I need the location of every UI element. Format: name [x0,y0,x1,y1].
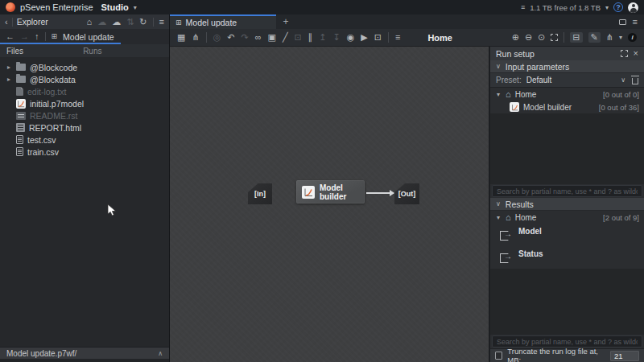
ports-icon[interactable]: ∥ [308,33,313,42]
tree-count: [0 out of 0] [603,90,639,99]
results-search-input[interactable] [492,335,642,348]
up-icon[interactable]: ↑ [35,32,39,41]
workflow-canvas[interactable]: [In] Model builder [Out] [170,47,489,362]
chevron-down-icon[interactable]: ▾ [134,4,137,11]
new-tab-button[interactable]: + [276,14,295,29]
chevron-down-icon[interactable]: ▾ [605,4,609,11]
in-port-block[interactable]: [In] [248,183,272,204]
home-icon[interactable]: ⌂ [86,18,92,27]
explorer-menu-icon[interactable]: ≡ [159,18,164,27]
explorer-nav: ← → ↑ ⊞ Model update [0,29,169,44]
expander-icon[interactable]: ▸ [6,76,12,83]
structure-view-icon[interactable]: ⋔ [606,33,613,42]
annotation-frame-icon[interactable]: ▣ [268,33,276,42]
hierarchy-icon[interactable]: ⋔ [192,33,199,42]
help-button[interactable]: ? [613,2,623,12]
workflow-status-bar[interactable]: Model update.p7wf/ ∧ [0,347,169,359]
tree-row-home[interactable]: ▾ ⌂ Home [0 out of 0] [490,88,644,101]
workspace-switcher[interactable]: Studio [101,2,129,12]
file-row[interactable]: test.csv [0,134,169,146]
truncate-checkbox[interactable] [495,352,502,360]
block-config-icon[interactable]: ⊡ [295,33,302,42]
result-row-status[interactable]: Status [490,246,644,269]
tree-row-home[interactable]: ▾ ⌂ Home [2 out of 9] [490,211,644,224]
fit-to-screen-icon[interactable] [551,34,558,41]
tree-label: Home [515,213,537,222]
run-configure-icon[interactable]: ◉ [347,33,355,42]
sync-icon[interactable]: ⇅ [126,18,134,27]
explorer-panel: ‹ Explorer ⌂ ☁ ☁ ⇅ ↻ ≡ ← → ↑ ⊞ [0,14,170,362]
run-in-window-icon[interactable]: ⊡ [374,33,382,42]
cloud-upload-icon[interactable]: ☁ [97,18,106,27]
user-avatar[interactable] [628,2,638,13]
split-view-icon[interactable] [619,19,626,25]
top-bar: pSeven Enterprise Studio ▾ ≡ 1.1 TB free… [0,0,644,14]
chevron-down-icon[interactable]: ▾ [619,34,622,41]
file-row[interactable]: REPORT.html [0,121,169,134]
draw-link-icon[interactable]: ╱ [283,33,288,42]
toolbar-menu-icon[interactable]: ≡ [395,33,400,42]
delete-preset-icon[interactable] [632,78,638,84]
file-name: edit-log.txt [27,87,66,97]
zoom-in-icon[interactable]: ⊕ [512,33,519,42]
parameters-search-input[interactable] [492,185,642,197]
model-file-icon [16,99,26,109]
result-row-model[interactable]: Model [490,224,644,246]
file-name: @Blockdata [30,75,76,84]
collapse-panel-icon[interactable]: ‹ [5,18,8,27]
truncate-size-input[interactable] [610,351,639,361]
run-play-icon[interactable]: ▶ [361,33,367,42]
export-icon[interactable]: ↥ [319,33,326,42]
preview-eye-icon[interactable]: ◎ [213,33,221,42]
zoom-out-icon[interactable]: ⊖ [525,33,532,42]
results-section[interactable]: ∨ Results [490,198,644,211]
out-port-block[interactable]: [Out] [394,183,419,204]
tab-model-update[interactable]: ⊞ Model update [170,14,276,29]
link-blocks-icon[interactable]: ∞ [255,33,262,42]
preset-value: Default [526,76,552,84]
breadcrumb[interactable]: Home [427,33,452,43]
explorer-header: ‹ Explorer ⌂ ☁ ☁ ⇅ ↻ ≡ [0,14,169,29]
tab-files[interactable]: Files [0,47,30,56]
tab-runs[interactable]: Runs [76,47,108,56]
zoom-reset-icon[interactable]: ⊙ [538,33,545,42]
tree-count: [0 out of 36] [599,103,639,112]
input-parameters-list[interactable] [490,113,644,184]
file-row[interactable]: README.rst [0,109,169,121]
file-row[interactable]: initial.p7model [0,97,169,109]
tree-row-model-builder[interactable]: Model builder [0 out of 36] [490,101,644,113]
refresh-icon[interactable]: ↻ [139,18,147,27]
collapse-up-icon[interactable]: ∧ [158,350,163,357]
edit-mode-icon[interactable]: ✎ [588,32,601,43]
file-row[interactable]: edit-log.txt [0,85,169,97]
back-icon[interactable]: ← [6,32,14,41]
results-list[interactable] [490,269,644,335]
file-row[interactable]: train.csv [0,146,169,158]
input-parameters-section[interactable]: ∨ Input parameters [490,60,644,73]
comments-icon[interactable]: ⊟ [570,32,582,43]
home-node-icon: ⌂ [506,212,511,222]
close-icon[interactable]: × [634,49,638,58]
tabbar-menu-icon[interactable]: ≡ [633,18,638,27]
model-builder-node[interactable]: Model builder [296,180,365,204]
block-palette-icon[interactable]: ▦ [177,33,185,42]
info-icon[interactable]: i [628,33,637,42]
import-icon[interactable]: ↧ [332,33,340,42]
redo-icon[interactable]: ↷ [241,33,248,42]
expand-panel-icon[interactable] [621,50,628,57]
explorer-title: Explorer [17,17,48,27]
storage-usage[interactable]: 1.1 TB free of 1.8 TB [530,3,601,12]
link-arrow[interactable] [366,192,394,194]
cloud-icon[interactable]: ☁ [112,18,121,27]
expander-icon[interactable]: ▾ [495,214,502,221]
csv-file-icon [16,147,23,156]
forward-icon[interactable]: → [20,32,29,41]
expander-icon[interactable]: ▸ [6,64,12,71]
preset-dropdown[interactable]: Preset: Default ∨ [490,73,644,88]
file-row[interactable]: ▸ @Blockcode [0,61,169,73]
undo-icon[interactable]: ↶ [227,33,234,42]
workflow-path: Model update.p7wf/ [6,349,76,358]
expander-icon[interactable]: ▾ [495,91,502,98]
chevron-down-icon[interactable]: ∨ [621,77,625,84]
file-row[interactable]: ▸ @Blockdata [0,73,169,85]
